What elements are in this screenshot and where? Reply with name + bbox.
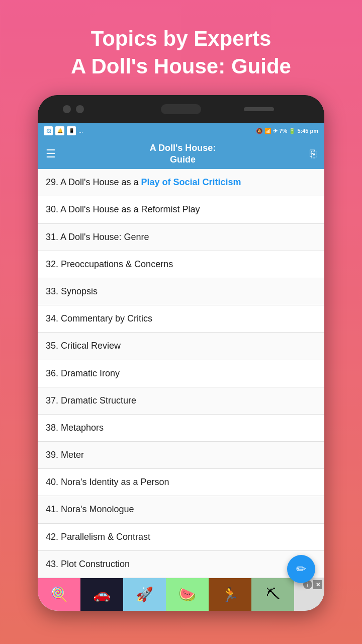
ad-thumbnail-4: 🍉 [166,578,209,611]
status-bar: 🖼 🔔 📱 ... 🔕 📶 ✈ 7% 🔋 5:45 pm [38,123,324,139]
list-item[interactable]: 43. Plot Construction [38,551,324,578]
ad-thumbnail-5: 🏃 [209,578,251,611]
list-item[interactable]: 36. Dramatic Irony [38,360,324,387]
status-airplane-icon: ✈ [273,128,279,134]
list-item[interactable]: 34. Commentary by Critics [38,305,324,333]
phone-cameras [63,105,84,113]
list-item[interactable]: 41. Nora's Monologue [38,496,324,523]
status-right-info: 🔕 📶 ✈ 7% 🔋 5:45 pm [256,128,318,134]
status-battery: 7% [279,128,287,134]
app-header: ☰ A Doll's House: Guide ⎘ [38,139,324,169]
list-item[interactable]: 39. Meter [38,442,324,469]
ad-thumbnail-2: 🚗 [80,578,123,611]
list-item[interactable]: 32. Preoccupations & Concerns [38,251,324,278]
list-item[interactable]: 40. Nora's Identity as a Person [38,469,324,496]
list-item-text: 34. Commentary by Critics [46,313,152,324]
page-header: Topics by Experts A Doll's House: Guide [71,25,291,80]
header-title: Topics by Experts [71,25,291,53]
list-item-text: 35. Critical Review [46,341,121,351]
list-item[interactable]: 37. Dramatic Structure [38,387,324,415]
bell-status-icon: 🔔 [55,126,64,135]
app-status-icon: 📱 [67,126,76,135]
list-item-text: 40. Nora's Identity as a Person [46,477,169,487]
status-dots: ... [78,128,83,134]
list-item-text: 29. A Doll's House as a Play of Social C… [46,177,241,187]
ad-thumbnail-6: ⛏ [251,578,294,611]
ad-thumbnail-1: 🍭 [38,578,80,611]
list-item-text: 39. Meter [46,450,84,460]
list-item-text: 31. A Doll's House: Genre [46,232,149,242]
phone-content: 29. A Doll's House as a Play of Social C… [38,169,324,611]
list-item-text: 37. Dramatic Structure [46,395,136,406]
advertisement-bar[interactable]: i ✕ 🍭 🚗 🚀 🍉 🏃 ⛏ [38,578,324,611]
list-item-text: 38. Metaphors [46,423,104,433]
app-title: A Doll's House: Guide [56,142,310,166]
list-item-text: 33. Synopsis [46,286,98,296]
list-item[interactable]: 42. Parallelism & Contrast [38,524,324,551]
status-time: 5:45 pm [297,128,318,134]
phone-notch [161,104,201,114]
fab-edit-button[interactable]: ✏ [287,555,315,583]
ad-thumbnail-3: 🚀 [123,578,166,611]
list-item[interactable]: 30. A Doll's House as a Reformist Play [38,196,324,223]
list-item[interactable]: 35. Critical Review [38,333,324,360]
phone-frame: 🖼 🔔 📱 ... 🔕 📶 ✈ 7% 🔋 5:45 pm ☰ A Doll's … [38,95,324,611]
camera-dot-2 [76,105,84,113]
list-item-text: 43. Plot Construction [46,559,130,569]
list-item[interactable]: 33. Synopsis [38,278,324,305]
highlight-text: Play of Social Criticism [141,177,241,187]
topics-list: 29. A Doll's House as a Play of Social C… [38,169,324,578]
phone-speaker [244,107,274,111]
list-item-text: 36. Dramatic Irony [46,368,120,378]
status-wifi-icon: 📶 [264,128,273,134]
status-left-icons: 🖼 🔔 📱 ... [44,126,83,135]
ad-close-button[interactable]: ✕ [313,580,322,589]
list-item-text: 41. Nora's Monologue [46,504,134,514]
list-item-text: 32. Preoccupations & Concerns [46,259,173,269]
hamburger-menu-button[interactable]: ☰ [46,147,56,160]
list-item[interactable]: 29. A Doll's House as a Play of Social C… [38,169,324,196]
image-status-icon: 🖼 [44,126,53,135]
edit-icon: ✏ [296,562,306,576]
list-item-text: 42. Parallelism & Contrast [46,532,150,542]
phone-top-bezel [38,95,324,123]
header-subtitle: A Doll's House: Guide [71,53,291,80]
list-item[interactable]: 31. A Doll's House: Genre [38,224,324,251]
list-item-text: 30. A Doll's House as a Reformist Play [46,204,200,214]
camera-dot-1 [63,105,71,113]
status-battery-icon: 🔋 [289,128,297,134]
share-button[interactable]: ⎘ [310,147,316,160]
status-mute-icon: 🔕 [256,128,264,134]
list-item[interactable]: 38. Metaphors [38,415,324,442]
